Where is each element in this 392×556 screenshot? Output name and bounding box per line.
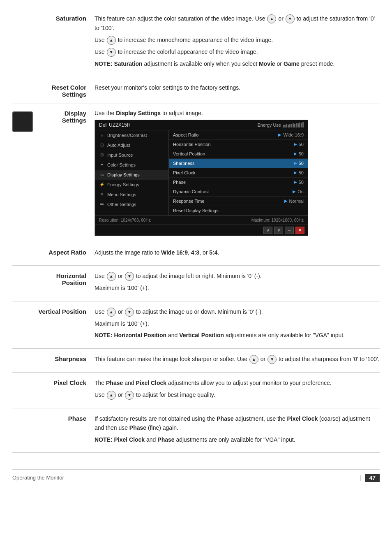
horizontal-position-desc1: Use ▲ or ▼ to adjust the image left or r… — [95, 271, 380, 281]
displaysettings-icon: ▭ — [99, 172, 105, 178]
saturation-note: NOTE: Saturation adjustment is available… — [95, 59, 380, 68]
osd-menu-inputsource-label: Input Source — [107, 153, 133, 158]
saturation-label: Saturation — [12, 14, 95, 22]
osd-row-sharpness[interactable]: Sharpness ▶ 50 — [169, 159, 308, 168]
phase-row: Phase If satisfactory results are not ob… — [12, 408, 380, 453]
monitor-icon — [12, 111, 33, 132]
osd-menu-colorsettings[interactable]: ✦ Color Settings — [95, 160, 168, 170]
saturation-desc1: This feature can adjust the color satura… — [95, 14, 380, 33]
pixel-clock-content: The Phase and Pixel Clock adjustments al… — [95, 378, 380, 402]
down-arrow-icon: ▼ — [286, 14, 295, 23]
energy-bar-11 — [299, 123, 300, 127]
osd-row-phase[interactable]: Phase ▶ 50 — [169, 178, 308, 187]
energy-bar-2 — [284, 125, 286, 127]
osd-value-vpos: ▶ 50 — [294, 151, 304, 156]
osd-value-phase: ▶ 50 — [294, 180, 304, 185]
vertical-position-label: Vertical Position — [12, 307, 95, 315]
osd-nav-right[interactable]: → — [285, 227, 294, 234]
sharpness-desc: This feature can make the image look sha… — [95, 354, 380, 364]
osd-value-responsetime: ▶ Normal — [284, 199, 304, 204]
osd-row-dyncontrast[interactable]: Dynamic Contrast ▶ On — [169, 187, 308, 197]
menusettings-icon: ≡ — [99, 192, 105, 197]
footer-separator: | — [360, 475, 361, 481]
osd-menu-colorsettings-label: Color Settings — [107, 162, 136, 167]
page-content: Saturation This feature can adjust the c… — [12, 8, 380, 482]
osd-menu-inputsource[interactable]: ⊞ Input Source — [95, 150, 168, 160]
osd-row-vpos[interactable]: Vertical Position ▶ 50 — [169, 149, 308, 159]
osd-nav-down[interactable]: ∨ — [274, 227, 283, 234]
saturation-row: Saturation This feature can adjust the c… — [12, 8, 380, 77]
osd-value-aspect: ▶ Wide 16:9 — [278, 132, 304, 137]
up-arrow-hpos: ▲ — [107, 272, 116, 281]
phase-label: Phase — [12, 414, 95, 422]
osd-value-pixelclock: ▶ 50 — [294, 170, 304, 175]
saturation-desc3: Use ▼ to increase the colorful appearanc… — [95, 47, 380, 57]
osd-value-dyncontrast: ▶ On — [293, 189, 304, 194]
energy-bar-10 — [297, 123, 299, 127]
osd-menu-brightness[interactable]: ☼ Brightness/Contrast — [95, 130, 168, 140]
up-arrow-pixelclock: ▲ — [107, 391, 116, 400]
energy-bars — [283, 122, 304, 127]
osd-menu-othersettings-label: Other Settings — [107, 202, 136, 207]
osd-resolution: Resolution: 1024x768, 60Hz — [99, 218, 151, 222]
footer-section: Operating the Monitor — [12, 475, 64, 481]
phase-note: NOTE: Pixel Clock and Phase adjustments … — [95, 435, 380, 444]
reset-color-row: Reset ColorSettings Reset your monitor's… — [12, 77, 380, 104]
osd-row-responsetime[interactable]: Response Time ▶ Normal — [169, 197, 308, 206]
osd-footer: Resolution: 1024x768, 60Hz Maximum: 1920… — [95, 215, 308, 225]
energy-bar-5 — [289, 124, 291, 127]
sharpness-content: This feature can make the image look sha… — [95, 354, 380, 366]
osd-menu-energysettings[interactable]: ⚡ Energy Settings — [95, 180, 168, 190]
display-settings-label: Display Settings — [40, 110, 86, 124]
osd-arrow-dyncontrast: ▶ — [293, 189, 296, 194]
osd-nav-up[interactable]: ∧ — [263, 227, 272, 234]
aspect-ratio-row: Aspect Ratio Adjusts the image ratio to … — [12, 242, 380, 266]
energy-bar-13 — [302, 122, 304, 127]
osd-nav-buttons: ∧ ∨ → ✕ — [263, 227, 304, 234]
osd-value-hpos: ▶ 50 — [294, 142, 304, 147]
vertical-position-content: Use ▲ or ▼ to adjust the image up or dow… — [95, 307, 380, 343]
up-arrow-icon2: ▲ — [107, 36, 116, 45]
saturation-desc2: Use ▲ to increase the monochrome appeara… — [95, 35, 380, 45]
aspect-ratio-desc: Adjusts the image ratio to Wide 16:9, 4:… — [95, 248, 380, 257]
osd-row-aspect[interactable]: Aspect Ratio ▶ Wide 16:9 — [169, 130, 308, 140]
osd-menu-menusettings[interactable]: ≡ Menu Settings — [95, 190, 168, 199]
up-arrow-vpos: ▲ — [107, 308, 116, 317]
aspect-ratio-label: Aspect Ratio — [12, 248, 95, 256]
down-arrow-pixelclock: ▼ — [125, 391, 134, 400]
vertical-position-desc1: Use ▲ or ▼ to adjust the image up or dow… — [95, 307, 380, 317]
up-arrow-sharpness: ▲ — [249, 355, 258, 364]
osd-label-phase: Phase — [173, 180, 186, 185]
osd-arrow-responsetime: ▶ — [284, 199, 288, 203]
osd-arrow-hpos: ▶ — [294, 142, 297, 146]
osd-nav-close[interactable]: ✕ — [295, 227, 304, 234]
display-settings-desc: Use the Display Settings to adjust image… — [95, 110, 380, 116]
osd-menu-autoadjust[interactable]: ⊡ Auto Adjust — [95, 140, 168, 150]
osd-row-pixelclock[interactable]: Pixel Clock ▶ 50 — [169, 168, 308, 178]
autoadjust-icon: ⊡ — [99, 142, 105, 148]
osd-menu-displaysettings-label: Display Settings — [107, 172, 140, 177]
osd-energy-label: Energy Use — [258, 123, 281, 127]
reset-color-label: Reset ColorSettings — [12, 83, 95, 98]
osd-arrow-pixelclock: ▶ — [294, 170, 297, 175]
reset-color-content: Reset your monitor's color settings to t… — [95, 83, 380, 95]
horizontal-position-content: Use ▲ or ▼ to adjust the image left or r… — [95, 271, 380, 295]
osd-nav-row: ∧ ∨ → ✕ — [95, 225, 308, 236]
osd-label-vpos: Vertical Position — [173, 151, 205, 156]
osd-arrow-phase: ▶ — [294, 180, 297, 184]
osd-label-aspect: Aspect Ratio — [173, 132, 198, 137]
othersettings-icon: ≔ — [99, 202, 105, 207]
osd-row-reset[interactable]: Reset Display Settings — [169, 206, 308, 215]
horizontal-position-desc2: Maximum is '100' (+). — [95, 283, 380, 292]
osd-label-hpos: Horizontal Position — [173, 142, 211, 147]
osd-label-dyncontrast: Dynamic Contrast — [173, 189, 209, 194]
osd-label-sharpness: Sharpness — [173, 161, 195, 166]
osd-value-sharpness: ▶ 50 — [294, 161, 304, 166]
osd-header: Dell UZ2X15H Energy Use — [95, 120, 308, 130]
display-settings-row: Display Settings Use the Display Setting… — [12, 104, 380, 242]
pixel-clock-label: Pixel Clock — [12, 378, 95, 386]
osd-menu-displaysettings[interactable]: ▭ Display Settings — [95, 170, 168, 180]
osd-max-resolution: Maximum: 1920x1080, 60Hz — [251, 218, 304, 222]
osd-menu-othersettings[interactable]: ≔ Other Settings — [95, 199, 168, 209]
osd-row-hpos[interactable]: Horizontal Position ▶ 50 — [169, 140, 308, 149]
